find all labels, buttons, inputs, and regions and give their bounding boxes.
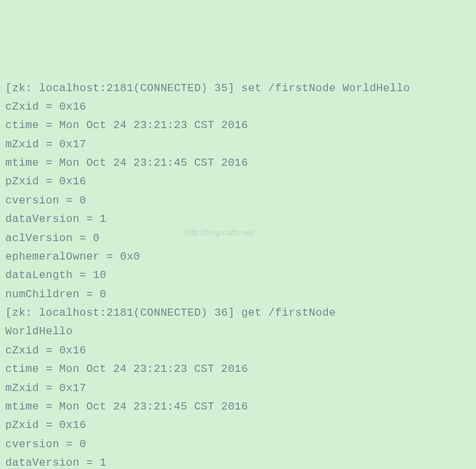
terminal-line: cversion = 0 xyxy=(5,192,471,210)
terminal-line: dataVersion = 1 xyxy=(5,454,471,469)
terminal-line: cversion = 0 xyxy=(5,435,471,454)
terminal-line: mtime = Mon Oct 24 23:21:45 CST 2016 xyxy=(5,398,471,416)
terminal-line: mZxid = 0x17 xyxy=(5,379,471,398)
terminal-output: [zk: localhost:2181(CONNECTED) 35] set /… xyxy=(5,79,471,470)
terminal-line: ephemeralOwner = 0x0 xyxy=(5,248,471,266)
terminal-line: ctime = Mon Oct 24 23:21:23 CST 2016 xyxy=(5,116,471,135)
terminal-line: [zk: localhost:2181(CONNECTED) 35] set /… xyxy=(5,79,471,98)
terminal-line: cZxid = 0x16 xyxy=(5,342,471,360)
terminal-line: ctime = Mon Oct 24 23:21:23 CST 2016 xyxy=(5,360,471,379)
terminal-line: pZxid = 0x16 xyxy=(5,172,471,191)
terminal-line: numChildren = 0 xyxy=(5,285,471,304)
terminal-line: [zk: localhost:2181(CONNECTED) 36] get /… xyxy=(5,304,471,322)
terminal-line: mZxid = 0x17 xyxy=(5,135,471,154)
terminal-line: mtime = Mon Oct 24 23:21:45 CST 2016 xyxy=(5,154,471,172)
watermark-text: http://blog.csdn.net/ xyxy=(185,226,255,240)
terminal-line: cZxid = 0x16 xyxy=(5,98,471,116)
terminal-line: pZxid = 0x16 xyxy=(5,416,471,435)
terminal-line: WorldHello xyxy=(5,322,471,341)
terminal-line: dataLength = 10 xyxy=(5,266,471,285)
